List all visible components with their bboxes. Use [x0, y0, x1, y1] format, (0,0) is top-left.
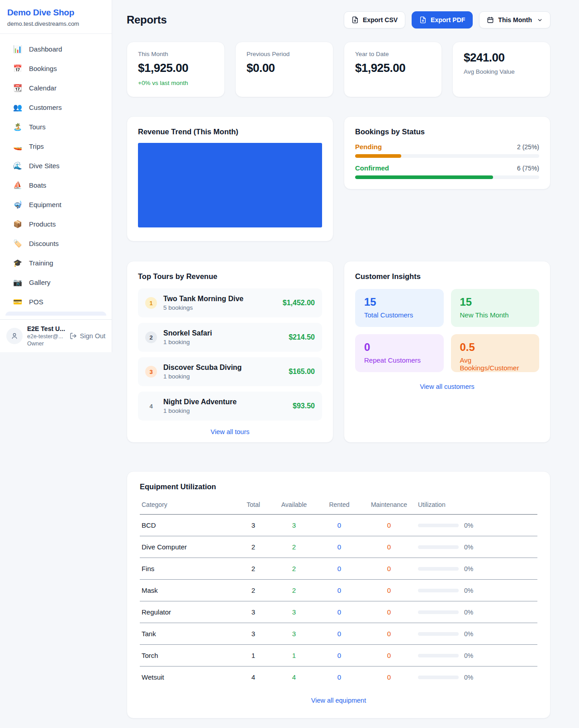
rank-badge: 1	[145, 297, 157, 309]
utilization-bar	[418, 676, 459, 679]
view-all-equipment-link[interactable]: View all equipment	[140, 697, 537, 704]
stat-label: Avg Booking Value	[464, 68, 539, 75]
equipment-available: 4	[271, 667, 317, 688]
sidebar-item-equipment[interactable]: 🤿Equipment	[5, 195, 106, 214]
sidebar-item-label: Discounts	[29, 240, 59, 247]
export-pdf-label: Export PDF	[431, 16, 465, 24]
customers-icon: 👥	[13, 104, 22, 111]
period-dropdown[interactable]: This Month	[479, 11, 551, 28]
utilization-bar	[418, 567, 459, 571]
sidebar-item-trips[interactable]: 🚤Trips	[5, 137, 106, 156]
equipment-header-row: Category Total Available Rented Maintena…	[140, 496, 537, 515]
stat-label: Previous Period	[247, 51, 322, 57]
dive-sites-icon: 🌊	[13, 162, 22, 170]
utilization-bar	[418, 654, 459, 657]
equipment-total: 4	[235, 667, 271, 688]
stat-value: $1,925.00	[355, 61, 431, 75]
sidebar-item-label: Trips	[29, 142, 44, 150]
sidebar-item-label: Dive Sites	[29, 162, 60, 170]
period-label: This Month	[498, 16, 532, 24]
equipment-available: 2	[271, 558, 317, 580]
equipment-category: Mask	[140, 580, 235, 601]
boats-icon: ⛵	[13, 182, 22, 189]
view-all-customers-link[interactable]: View all customers	[355, 383, 539, 390]
stat-card-this-month: This Month $1,925.00 +0% vs last month	[127, 42, 225, 97]
chevron-down-icon	[537, 17, 543, 23]
equipment-maintenance: 0	[362, 645, 416, 667]
utilization-bar	[418, 524, 459, 527]
sidebar-item-partial[interactable]	[5, 312, 106, 316]
sign-out-button[interactable]: Sign Out	[70, 332, 105, 340]
sidebar-item-pos[interactable]: 💳POS	[5, 292, 106, 312]
column-header-maintenance: Maintenance	[362, 496, 416, 515]
tile-label: Repeat Customers	[364, 356, 435, 364]
status-label: Pending	[355, 143, 382, 151]
equipment-maintenance: 0	[362, 580, 416, 601]
equipment-maintenance: 0	[362, 558, 416, 580]
products-icon: 📦	[13, 221, 22, 228]
sidebar-item-dive-sites[interactable]: 🌊Dive Sites	[5, 156, 106, 175]
sidebar-item-gallery[interactable]: 📷Gallery	[5, 273, 106, 292]
status-row-pending: Pending 2 (25%)	[355, 143, 539, 158]
training-icon: 🎓	[13, 260, 22, 267]
tours-icon: 🏝️	[13, 123, 22, 131]
gallery-icon: 📷	[13, 279, 22, 286]
utilization-bar	[418, 589, 459, 592]
tour-row: 4 Night Dive Adventure1 booking $93.50	[138, 392, 322, 421]
equipment-rented: 0	[317, 645, 362, 667]
stat-delta: +0% vs last month	[138, 80, 214, 86]
equipment-available: 3	[271, 601, 317, 623]
column-header-total: Total	[235, 496, 271, 515]
equipment-category: BCD	[140, 515, 235, 536]
lists-row: Top Tours by Revenue 1 Two Tank Morning …	[127, 261, 551, 443]
page-header: Reports Export CSV Export PDF This Month	[127, 11, 551, 29]
sidebar-item-label: POS	[29, 298, 43, 306]
status-count: 2 (25%)	[517, 143, 539, 151]
sign-out-label: Sign Out	[80, 332, 105, 340]
equipment-category: Tank	[140, 623, 235, 645]
status-bar-track	[355, 175, 539, 179]
tour-revenue: $93.50	[293, 402, 315, 410]
sidebar-item-label: Products	[29, 220, 56, 228]
utilization-percent: 0%	[464, 652, 473, 659]
tile-value: 15	[460, 296, 531, 308]
sidebar-item-calendar[interactable]: 📆Calendar	[5, 78, 106, 98]
pos-icon: 💳	[13, 298, 22, 306]
tour-bookings: 5 bookings	[163, 304, 276, 311]
shop-domain: demo.test.divestreams.com	[7, 20, 104, 27]
insight-tiles: 15 Total Customers 15 New This Month 0 R…	[355, 289, 539, 372]
sidebar-item-label: Dashboard	[29, 45, 62, 53]
user-name: E2E Test U...	[27, 325, 65, 332]
export-csv-button[interactable]: Export CSV	[344, 11, 405, 28]
stat-value: $0.00	[247, 61, 322, 75]
sidebar-item-boats[interactable]: ⛵Boats	[5, 175, 106, 195]
tile-value: 0.5	[460, 341, 531, 354]
tour-revenue: $165.00	[289, 368, 315, 376]
sidebar-item-bookings[interactable]: 📅Bookings	[5, 59, 106, 78]
table-row: Mask 2 2 0 0 0%	[140, 580, 537, 601]
sidebar-item-training[interactable]: 🎓Training	[5, 253, 106, 273]
tour-revenue: $214.50	[289, 333, 315, 341]
sidebar-item-products[interactable]: 📦Products	[5, 214, 106, 234]
sidebar-nav: 📊Dashboard 📅Bookings 📆Calendar 👥Customer…	[0, 34, 112, 319]
equipment-total: 2	[235, 536, 271, 558]
sidebar-item-label: Training	[29, 259, 53, 267]
sidebar-item-customers[interactable]: 👥Customers	[5, 98, 106, 117]
sidebar-item-discounts[interactable]: 🏷️Discounts	[5, 234, 106, 253]
sidebar-item-label: Calendar	[29, 84, 57, 92]
sidebar-item-tours[interactable]: 🏝️Tours	[5, 117, 106, 137]
bookings-by-status-card: Bookings by Status Pending 2 (25%) Confi…	[344, 116, 551, 189]
table-row: Fins 2 2 0 0 0%	[140, 558, 537, 580]
revenue-trend-card: Revenue Trend (This Month)	[127, 116, 333, 241]
sidebar-item-dashboard[interactable]: 📊Dashboard	[5, 39, 106, 59]
top-tours-title: Top Tours by Revenue	[138, 272, 322, 281]
status-bar-track	[355, 154, 539, 158]
equipment-rented: 0	[317, 536, 362, 558]
equipment-maintenance: 0	[362, 623, 416, 645]
user-meta: E2E Test U... e2e-tester@... Owner	[27, 325, 65, 347]
table-row: Torch 1 1 0 0 0%	[140, 645, 537, 667]
utilization-percent: 0%	[464, 609, 473, 616]
status-label: Confirmed	[355, 164, 389, 172]
view-all-tours-link[interactable]: View all tours	[138, 428, 322, 435]
export-pdf-button[interactable]: Export PDF	[412, 11, 473, 28]
